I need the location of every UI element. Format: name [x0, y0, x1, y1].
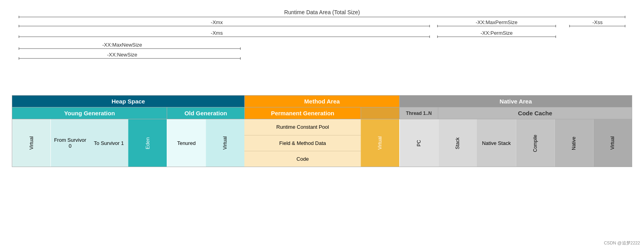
svg-text:-XX:MaxPermSize: -XX:MaxPermSize — [476, 19, 517, 25]
svg-text:-XX:PermSize: -XX:PermSize — [480, 30, 513, 36]
watermark: CSDN @追梦2222 — [604, 240, 640, 246]
svg-text:-XX:MaxNewSize: -XX:MaxNewSize — [102, 42, 142, 48]
native-area-header: Native Area — [400, 96, 632, 107]
memory-table: Heap Space Method Area Native Area Young… — [12, 95, 632, 167]
virtual-perm-header — [361, 107, 399, 119]
cell-eden: Eden — [128, 119, 167, 167]
header-row-2: Young Generation Old Generation Permanen… — [12, 107, 632, 119]
cell-stack: Stack — [438, 119, 477, 167]
cell-virtual-last: Virtual — [593, 119, 632, 167]
perm-content-cells: Runtime Constant Pool Field & Method Dat… — [244, 119, 361, 167]
cell-from-survivor: From Survivor 0 — [51, 119, 89, 167]
code-cache-header: Code Cache — [438, 107, 632, 119]
cell-to-survivor: To Survivor 1 — [89, 119, 128, 167]
svg-text:-Xms: -Xms — [211, 30, 223, 36]
perm-gen-header: Permanent Generation — [244, 107, 361, 119]
cell-pc: PC — [400, 119, 438, 167]
header-row-1: Heap Space Method Area Native Area — [12, 96, 632, 107]
cell-field-method-data: Field & Method Data — [244, 135, 361, 151]
heap-space-header: Heap Space — [12, 96, 245, 107]
cell-virtual-old: Virtual — [206, 119, 244, 167]
cell-native: Native — [555, 119, 593, 167]
bracket-diagram: Runtime Data Area (Total Size) -Xmx -XX:… — [12, 7, 632, 92]
method-area-header: Method Area — [244, 96, 399, 107]
cell-tenured: Tenured — [167, 119, 206, 167]
thread-sub-header: Thread 1..N — [400, 107, 438, 119]
data-row: Virtual From Survivor 0 To Survivor 1 Ed… — [12, 119, 632, 167]
old-gen-header: Old Generation — [167, 107, 245, 119]
main-container: Runtime Data Area (Total Size) -Xmx -XX:… — [0, 0, 644, 171]
cell-virtual-young: Virtual — [12, 119, 51, 167]
svg-text:-XX:NewSize: -XX:NewSize — [107, 52, 138, 58]
svg-text:-Xmx: -Xmx — [211, 19, 223, 25]
svg-text:-Xss: -Xss — [592, 19, 603, 25]
svg-text:Runtime Data Area (Total Size): Runtime Data Area (Total Size) — [284, 9, 360, 15]
young-gen-header: Young Generation — [12, 107, 167, 119]
cell-native-stack: Native Stack — [477, 119, 516, 167]
cell-virtual-perm: Virtual — [361, 119, 399, 167]
cell-compile: Compile — [516, 119, 555, 167]
cell-runtime-constant-pool: Runtime Constant Pool — [244, 119, 361, 135]
cell-code: Code — [244, 151, 361, 167]
